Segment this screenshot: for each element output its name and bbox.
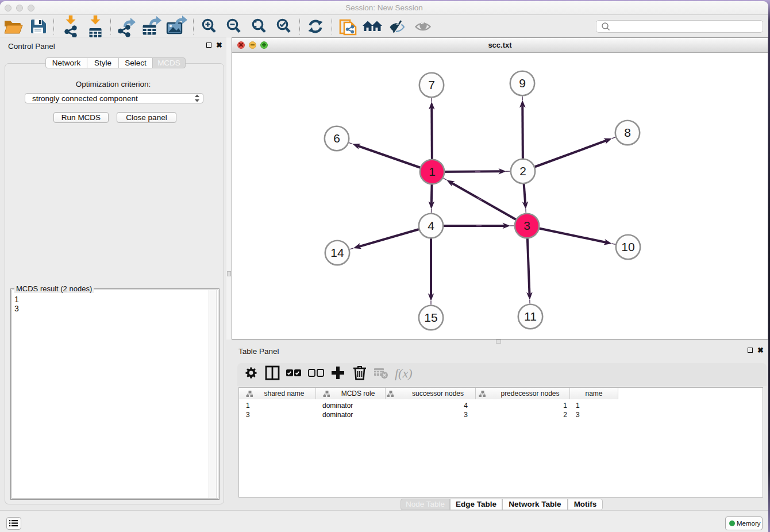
svg-text:15: 15	[424, 311, 437, 324]
svg-text:8: 8	[624, 126, 631, 139]
svg-text:10: 10	[621, 240, 634, 253]
svg-text:6: 6	[333, 132, 340, 145]
svg-text:4: 4	[428, 219, 434, 232]
svg-text:3: 3	[523, 219, 530, 232]
svg-text:9: 9	[519, 76, 526, 90]
svg-text:11: 11	[524, 310, 537, 323]
svg-text:14: 14	[330, 246, 344, 259]
svg-text:2: 2	[519, 164, 526, 178]
svg-text:1: 1	[429, 165, 436, 178]
svg-text:f(x): f(x)	[395, 366, 413, 380]
svg-text:7: 7	[428, 78, 435, 91]
